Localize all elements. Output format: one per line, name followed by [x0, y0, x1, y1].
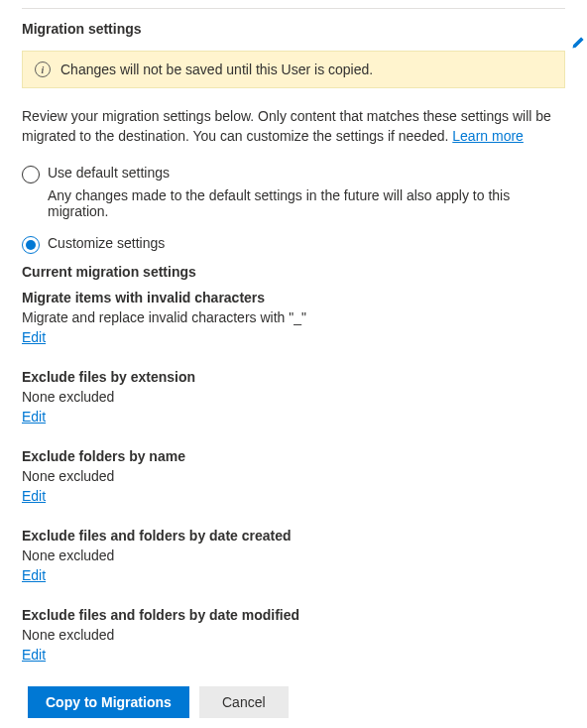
- radio-default-label[interactable]: Use default settings: [48, 165, 170, 181]
- setting-value: None excluded: [22, 389, 565, 405]
- setting-exclude-date-modified: Exclude files and folders by date modifi…: [22, 607, 565, 663]
- edit-date-created-link[interactable]: Edit: [22, 567, 46, 583]
- edit-section-icon[interactable]: [571, 36, 585, 53]
- edit-date-modified-link[interactable]: Edit: [22, 647, 46, 663]
- setting-exclude-extension: Exclude files by extension None excluded…: [22, 369, 565, 425]
- footer-buttons: Copy to Migrations Cancel: [28, 686, 565, 718]
- setting-value: Migrate and replace invalid characters w…: [22, 309, 565, 325]
- setting-value: None excluded: [22, 468, 565, 484]
- top-divider: [22, 8, 565, 9]
- setting-title: Exclude files and folders by date modifi…: [22, 607, 565, 623]
- setting-value: None excluded: [22, 547, 565, 563]
- copy-to-migrations-button[interactable]: Copy to Migrations: [28, 686, 189, 718]
- radio-custom-label[interactable]: Customize settings: [48, 235, 165, 251]
- current-settings-heading: Current migration settings: [22, 264, 565, 280]
- banner-text: Changes will not be saved until this Use…: [60, 61, 373, 77]
- section-title: Migration settings: [22, 21, 565, 37]
- radio-default-desc: Any changes made to the default settings…: [48, 187, 565, 219]
- edit-extension-link[interactable]: Edit: [22, 409, 46, 425]
- setting-title: Migrate items with invalid characters: [22, 290, 565, 305]
- edit-folders-link[interactable]: Edit: [22, 488, 46, 504]
- learn-more-link[interactable]: Learn more: [452, 128, 524, 144]
- setting-title: Exclude files by extension: [22, 369, 565, 385]
- setting-exclude-folders: Exclude folders by name None excluded Ed…: [22, 448, 565, 504]
- review-text: Review your migration settings below. On…: [22, 106, 565, 147]
- setting-title: Exclude folders by name: [22, 448, 565, 464]
- radio-custom[interactable]: [22, 236, 40, 254]
- info-icon: i: [35, 61, 51, 77]
- setting-title: Exclude files and folders by date create…: [22, 528, 565, 544]
- radio-default-row[interactable]: Use default settings: [22, 165, 565, 183]
- setting-invalid-chars: Migrate items with invalid characters Mi…: [22, 290, 565, 345]
- radio-default[interactable]: [22, 166, 40, 183]
- radio-custom-row[interactable]: Customize settings: [22, 235, 565, 254]
- edit-invalid-chars-link[interactable]: Edit: [22, 329, 46, 345]
- warning-banner: i Changes will not be saved until this U…: [22, 51, 565, 88]
- cancel-button[interactable]: Cancel: [199, 686, 289, 718]
- setting-value: None excluded: [22, 627, 565, 643]
- setting-exclude-date-created: Exclude files and folders by date create…: [22, 528, 565, 583]
